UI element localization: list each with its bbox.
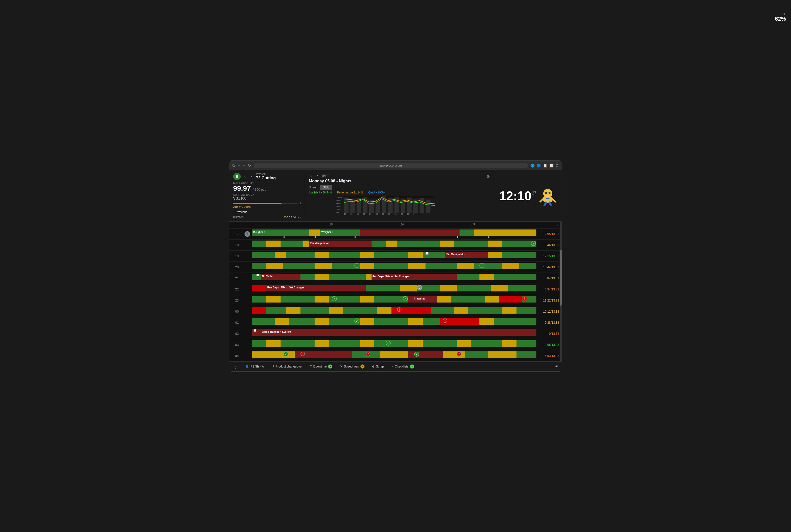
seg (465, 352, 488, 358)
seg (300, 307, 329, 314)
oee-button[interactable]: OEE (320, 185, 332, 190)
oee-chart-container: 100% 80% 60% 40% 20% 0% (309, 195, 490, 216)
clock-display: 12:10 27 (499, 190, 536, 202)
row-avatar-17: 👤 (244, 231, 252, 237)
bottom-item-shift[interactable]: 👤 P2 Shift A (245, 365, 264, 368)
seg (502, 307, 516, 314)
seg-yellow (309, 229, 320, 236)
table-row: 03 ✓ 12.05/13.33 (229, 339, 562, 350)
bottom-item-changeover[interactable]: ↺ Product changeover (272, 365, 302, 368)
progress-bar (233, 203, 281, 204)
shift-name-row: Monday 05.08 - Nights (309, 179, 490, 183)
settings-icon[interactable]: ⚙ (486, 174, 490, 179)
shift-name: Monday 05.08 - Nights (309, 179, 351, 183)
scrollbar[interactable] (559, 222, 562, 361)
seg (443, 352, 465, 358)
bottom-item-downtime[interactable]: ? Downtime 6 (310, 364, 332, 368)
seg (488, 252, 502, 258)
info-icon: ℹ (300, 202, 301, 205)
url-bar[interactable]: app.evocon.com (254, 163, 528, 168)
metrics-row: Availability 68.54% Performance 91.14% Q… (309, 191, 490, 194)
browser-right-icons: 🌐 🔵 📋 🔲 ⊡ (530, 164, 558, 168)
checklists-icon: ≡ (391, 365, 393, 368)
bottom-item-scrap[interactable]: ⊖ Scrap (372, 365, 384, 368)
row-score-21: 8.84/13.33 (536, 277, 562, 280)
timeline-info-icon: ℹ (556, 224, 558, 227)
avatar-icon: 👤 (244, 231, 250, 237)
seg: Mould Transport System (261, 329, 320, 336)
bottom-item-checklists[interactable]: ≡ Checklists 3 (391, 364, 414, 368)
info-header: ℹ (536, 223, 562, 227)
dot (315, 236, 316, 238)
seg (252, 263, 536, 269)
batch-info: 219.74 / 0 pcs (233, 205, 301, 208)
seg (451, 296, 485, 303)
time-marker-30: :30 (400, 223, 404, 226)
bar-label: Cleaning (414, 297, 424, 300)
timeline-header: :15 :30 :45 ℹ (229, 222, 562, 228)
globe-icon: 🌐 (530, 164, 535, 168)
row-score-17: 2.95/13.33 (536, 232, 562, 236)
seg (488, 241, 502, 247)
bar-label: Pen Gaps / Mix or Set Changes (372, 275, 410, 278)
checklist-icon: ✓ (332, 296, 337, 301)
svg-rect-19 (426, 200, 430, 213)
speed-row: Speed OEE (309, 185, 490, 190)
seg (266, 263, 283, 269)
row-score-18: 9.46/13.33 (536, 243, 562, 247)
svg-line-38 (553, 199, 555, 202)
seg (457, 285, 491, 291)
time-marker-45: :45 (471, 223, 475, 226)
seg (403, 307, 431, 314)
app-container: ☰ ‹ › STATION P2 Cutting SHIFT QUANTITY … (229, 170, 562, 371)
station-next-arrow[interactable]: › (249, 174, 253, 179)
seg (343, 307, 377, 314)
station-prev-arrow[interactable]: ‹ (243, 174, 247, 179)
batch-name: SGZ100 (233, 196, 301, 200)
seg-yellow2 (474, 229, 491, 236)
previous-tab[interactable]: Previous (233, 209, 250, 215)
time-marker-15: :15 (329, 223, 333, 226)
svg-rect-7 (350, 199, 355, 213)
oee-chart: 100% 80% 60% 40% 20% 0% (309, 195, 490, 215)
hamburger-button[interactable]: ☰ (233, 173, 241, 180)
scrollbar-thumb[interactable] (559, 250, 562, 306)
seg-green: Weigher 8 (252, 229, 286, 236)
downtime-badge: 6 (328, 364, 332, 368)
shift-nav: ‹ › SHIFT (309, 173, 490, 178)
clock-time: 12:10 (499, 190, 531, 202)
svg-text:20%: 20% (336, 208, 341, 211)
seg (408, 352, 442, 358)
refresh-button[interactable]: ↻ (248, 164, 251, 168)
seg (437, 296, 451, 303)
row-number-03: 03 (229, 343, 244, 347)
shift-quantity: 99.97 (233, 184, 251, 192)
row-bars-00: ? (252, 306, 536, 317)
back-button[interactable]: ← (237, 164, 240, 168)
checklist-icon-20a: ✓ (354, 263, 360, 268)
time-markers-container: :15 :30 :45 (252, 223, 536, 227)
seg (300, 274, 366, 280)
row-bars-03: ✓ (252, 339, 536, 350)
bottom-item-speedloss[interactable]: ⟳ Speed loss 1 (340, 364, 364, 368)
seg (266, 307, 286, 314)
shift-next-arrow[interactable]: › (315, 173, 319, 178)
table-row: 21 Tilt Table Pen Gaps / Mix or Set Chan… (229, 273, 562, 284)
seg (408, 263, 425, 269)
top-header: ☰ ‹ › STATION P2 Cutting SHIFT QUANTITY … (229, 170, 562, 222)
table-row: 02 Mould Transport System 0/13.33 (229, 328, 562, 339)
browser-window: ⧉ ← → ↻ app.evocon.com 🌐 🔵 📋 🔲 ⊡ ☰ ‹ › (229, 160, 562, 372)
checklists-badge: 3 (410, 364, 414, 368)
checklist-icon: ✓ (403, 296, 408, 301)
forward-button[interactable]: → (242, 164, 246, 168)
dot (354, 236, 356, 238)
mail-icon: ✉ (555, 365, 558, 368)
table-row: 17 👤 Weigher 8 Weigher 8 (229, 228, 562, 240)
svg-text:0%: 0% (336, 211, 339, 214)
availability-metric: Availability 68.54% (309, 191, 332, 194)
bottom-item-mail[interactable]: ✉ (555, 365, 558, 368)
shift-prev-arrow[interactable]: ‹ (309, 173, 313, 178)
seg (329, 307, 343, 314)
menu-button[interactable]: ⋮ (233, 364, 238, 369)
seg (479, 274, 494, 280)
